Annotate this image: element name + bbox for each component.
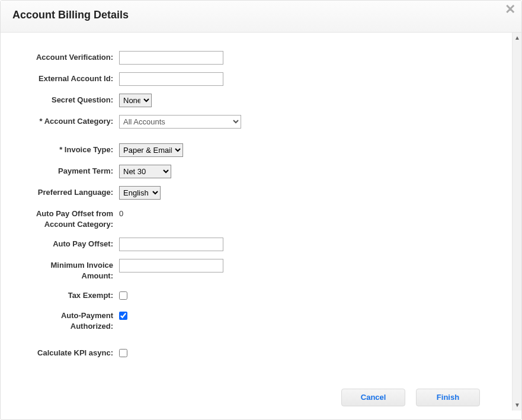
scroll-up-icon[interactable]: ▲ (513, 34, 521, 42)
row-secret-question: Secret Question: None (18, 93, 504, 107)
row-min-invoice-amount: Minimum Invoice Amount: (18, 258, 504, 281)
label-auto-pay-offset: Auto Pay Offset: (18, 237, 119, 249)
auto-pay-offset-input[interactable] (119, 238, 223, 251)
external-account-id-input[interactable] (119, 72, 223, 86)
label-min-invoice-amount: Minimum Invoice Amount: (18, 258, 119, 281)
label-account-verification: Account Verification: (18, 50, 119, 63)
modal-body: Account Verification: External Account I… (1, 33, 521, 411)
label-calculate-kpi-async: Calculate KPI async: (18, 346, 119, 358)
preferred-language-select[interactable]: English (119, 186, 161, 200)
auto-payment-authorized-checkbox[interactable] (119, 312, 127, 320)
label-tax-exempt: Tax Exempt: (18, 288, 119, 301)
row-auto-pay-offset-category: Auto Pay Offset from Account Category: 0 (18, 207, 504, 230)
cancel-button[interactable]: Cancel (341, 389, 405, 406)
modal-body-wrap: Account Verification: External Account I… (1, 33, 521, 411)
label-invoice-type: * Invoice Type: (18, 143, 119, 155)
account-category-select[interactable]: All Accounts (119, 115, 241, 129)
button-row: Cancel Finish (18, 371, 504, 406)
scrollbar[interactable]: ▲ ▼ (512, 33, 521, 411)
modal-header: Account Billing Details ✕ (1, 1, 521, 33)
row-account-category: * Account Category: All Accounts (18, 114, 504, 129)
page-title: Account Billing Details (12, 9, 510, 21)
row-external-account-id: External Account Id: (18, 72, 504, 86)
close-icon[interactable]: ✕ (505, 3, 515, 16)
label-external-account-id: External Account Id: (18, 72, 119, 84)
auto-pay-offset-category-value: 0 (119, 207, 123, 218)
label-auto-payment-authorized: Auto-Payment Authorized: (18, 309, 119, 332)
label-secret-question: Secret Question: (18, 93, 119, 105)
label-payment-term: Payment Term: (18, 164, 119, 177)
calculate-kpi-async-checkbox[interactable] (119, 349, 127, 357)
payment-term-select[interactable]: Net 30 (119, 165, 171, 178)
label-preferred-language: Preferred Language: (18, 185, 119, 198)
label-account-category: * Account Category: (18, 114, 119, 127)
row-invoice-type: * Invoice Type: Paper & Email (18, 143, 504, 157)
row-auto-payment-authorized: Auto-Payment Authorized: (18, 309, 504, 332)
secret-question-select[interactable]: None (119, 94, 152, 107)
tax-exempt-checkbox[interactable] (119, 291, 127, 300)
row-payment-term: Payment Term: Net 30 (18, 164, 504, 178)
account-verification-input[interactable] (119, 51, 223, 65)
min-invoice-amount-input[interactable] (119, 259, 223, 272)
row-account-verification: Account Verification: (18, 50, 504, 65)
label-auto-pay-offset-category: Auto Pay Offset from Account Category: (18, 207, 119, 230)
billing-details-modal: Account Billing Details ✕ Account Verifi… (0, 0, 522, 420)
scroll-down-icon[interactable]: ▼ (513, 401, 521, 409)
row-calculate-kpi-async: Calculate KPI async: (18, 346, 504, 359)
row-preferred-language: Preferred Language: English (18, 185, 504, 200)
row-auto-pay-offset: Auto Pay Offset: (18, 237, 504, 251)
row-tax-exempt: Tax Exempt: (18, 288, 504, 302)
finish-button[interactable]: Finish (416, 389, 480, 406)
invoice-type-select[interactable]: Paper & Email (119, 143, 183, 157)
